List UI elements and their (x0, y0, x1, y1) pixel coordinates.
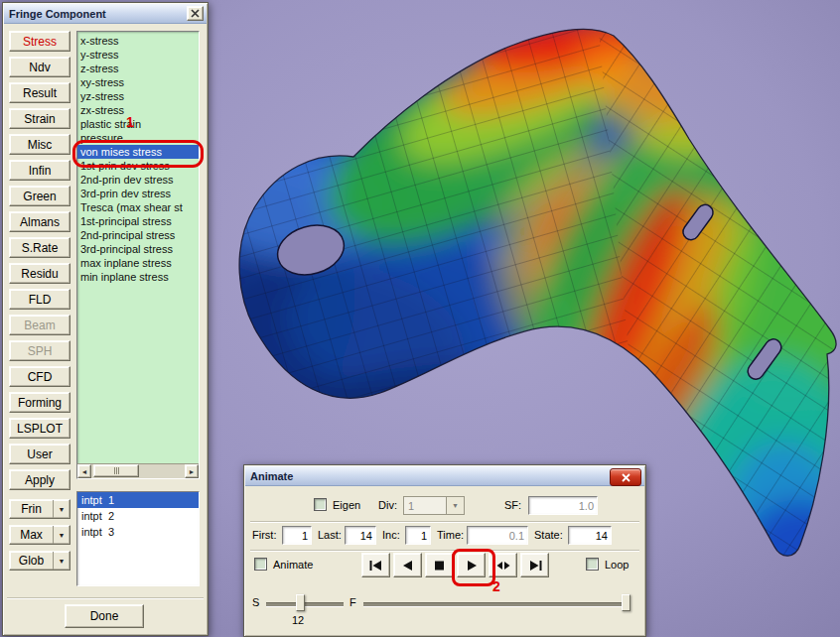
fringe-component-dialog: Fringe Component Stress Ndv Result Strai… (2, 2, 209, 636)
play-reverse-button[interactable] (393, 553, 422, 577)
animate-label: Animate (273, 559, 313, 571)
list-item-selected[interactable]: von mises stress (77, 145, 199, 159)
stop-button[interactable] (425, 553, 454, 577)
loop-label: Loop (605, 559, 629, 571)
list-item[interactable]: y-stress (77, 48, 199, 62)
speed-slider-handle[interactable] (296, 594, 305, 611)
last-field[interactable]: 14 (345, 526, 376, 545)
sf-label: SF: (504, 499, 521, 511)
frin-dropdown-label: Frin (10, 502, 53, 516)
list-item[interactable]: 3rd-prin dev stress (77, 187, 199, 200)
eigen-label: Eigen (333, 499, 360, 511)
apply-button[interactable]: Apply (9, 469, 70, 490)
animate-dialog-title: Animate (250, 470, 644, 482)
list-item[interactable]: xy-stress (77, 75, 199, 89)
list-item[interactable]: z-stress (77, 62, 199, 75)
list-item[interactable]: 2nd-prin dev stress (77, 173, 199, 187)
category-button-sph: SPH (9, 340, 70, 361)
list-item[interactable]: 1st-principal stress (77, 214, 199, 228)
category-button-cfd[interactable]: CFD (9, 366, 70, 387)
frin-dropdown[interactable]: Frin ▼ (9, 499, 70, 519)
loop-checkbox[interactable] (586, 558, 599, 571)
eigen-checkbox[interactable] (314, 498, 327, 511)
intpt-item-selected[interactable]: intpt 1 (77, 492, 199, 508)
list-item[interactable]: x-stress (77, 34, 199, 48)
list-item[interactable]: max inplane stress (77, 256, 199, 270)
skip-end-button[interactable] (520, 553, 549, 577)
div-value: 1 (404, 497, 446, 514)
scrollbar-track[interactable] (91, 464, 185, 478)
skip-start-button[interactable] (361, 553, 390, 577)
state-field[interactable]: 14 (568, 526, 612, 545)
list-item[interactable]: 3rd-principal stress (77, 242, 199, 256)
list-item[interactable]: Tresca (max shear st (77, 200, 199, 214)
category-button-lsplot[interactable]: LSPLOT (9, 418, 70, 439)
category-button-infin[interactable]: Infin (9, 160, 70, 181)
last-label: Last: (318, 529, 342, 541)
glob-dropdown-label: Glob (10, 554, 53, 568)
sf-field[interactable]: 1.0 (528, 496, 598, 515)
list-item[interactable]: min inplane stress (77, 270, 199, 284)
fringe-category-column: Stress Ndv Result Strain Misc Infin Gree… (9, 31, 70, 495)
div-label: Div: (378, 499, 397, 511)
speed-slider-track[interactable] (266, 602, 344, 607)
chevron-down-icon[interactable]: ▼ (53, 526, 70, 544)
scrollbar-thumb[interactable] (93, 464, 139, 477)
category-button-user[interactable]: User (9, 444, 70, 464)
list-item[interactable]: yz-stress (77, 89, 199, 103)
divider (250, 521, 639, 523)
chevron-down-icon[interactable]: ▼ (53, 500, 70, 518)
div-dropdown[interactable]: 1 ▼ (403, 496, 465, 515)
category-button-green[interactable]: Green (9, 186, 70, 206)
glob-dropdown[interactable]: Glob ▼ (9, 551, 70, 571)
close-icon[interactable] (187, 6, 204, 21)
close-icon[interactable] (610, 468, 641, 486)
intpt-list[interactable]: intpt 1 intpt 2 intpt 3 (76, 491, 200, 586)
fringe-dialog-titlebar[interactable]: Fringe Component (4, 4, 207, 24)
list-item[interactable]: 1st-prin dev stress (77, 159, 199, 173)
category-button-misc[interactable]: Misc (9, 134, 70, 155)
slider-start-label: S (252, 596, 259, 608)
speed-slider-value: 12 (292, 614, 304, 626)
horizontal-scrollbar[interactable]: ◄ ► (77, 463, 199, 478)
done-button[interactable]: Done (65, 604, 144, 628)
category-button-ndv[interactable]: Ndv (9, 57, 70, 77)
slider-end-label: F (350, 596, 356, 608)
scroll-right-icon[interactable]: ► (185, 464, 199, 478)
annotation-step-2: 2 (492, 578, 500, 594)
intpt-item[interactable]: intpt 3 (77, 524, 199, 540)
play-button[interactable] (457, 553, 486, 577)
first-field[interactable]: 1 (282, 526, 312, 545)
animate-checkbox[interactable] (254, 558, 267, 571)
animate-dialog-titlebar[interactable]: Animate (245, 466, 644, 486)
annotation-step-1: 1 (126, 114, 134, 130)
fringe-dialog-title: Fringe Component (9, 8, 207, 20)
category-button-almans[interactable]: Almans (9, 211, 70, 232)
divider (7, 597, 204, 599)
category-button-srate[interactable]: S.Rate (9, 237, 70, 258)
category-button-residu[interactable]: Residu (9, 263, 70, 284)
category-button-fld[interactable]: FLD (9, 289, 70, 310)
first-label: First: (252, 529, 276, 541)
frame-slider-handle[interactable] (622, 594, 630, 611)
time-field[interactable]: 0.1 (467, 526, 528, 545)
category-button-strain[interactable]: Strain (9, 108, 70, 129)
list-item[interactable]: 2nd-principal stress (77, 228, 199, 242)
intpt-item[interactable]: intpt 2 (77, 508, 199, 524)
chevron-down-icon[interactable]: ▼ (53, 552, 70, 570)
fringe-component-list[interactable]: x-stress y-stress z-stress xy-stress yz-… (76, 31, 200, 479)
step-button[interactable] (489, 553, 517, 577)
list-item[interactable]: zx-stress (77, 103, 199, 117)
list-item[interactable]: pressure (77, 131, 199, 145)
chevron-down-icon[interactable]: ▼ (446, 497, 464, 514)
frame-slider-track[interactable] (363, 602, 630, 607)
category-button-beam: Beam (9, 315, 70, 335)
category-button-forming[interactable]: Forming (9, 392, 70, 413)
max-dropdown[interactable]: Max ▼ (9, 525, 70, 545)
time-label: Time: (437, 529, 464, 541)
inc-field[interactable]: 1 (405, 526, 431, 545)
scroll-left-icon[interactable]: ◄ (77, 464, 91, 478)
category-button-result[interactable]: Result (9, 82, 70, 103)
list-item[interactable]: plastic strain (77, 117, 199, 131)
category-button-stress[interactable]: Stress (9, 31, 70, 52)
